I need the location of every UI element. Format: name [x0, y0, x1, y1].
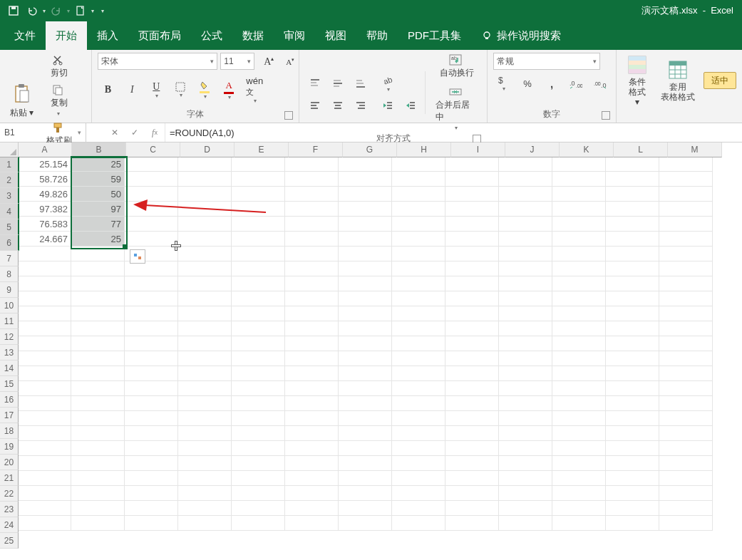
cell-I22[interactable] — [445, 471, 499, 486]
cell-C24[interactable] — [125, 501, 178, 516]
accounting-format-icon[interactable]: $▾ — [493, 74, 513, 93]
align-middle-icon[interactable] — [328, 76, 348, 90]
cell-K25[interactable] — [552, 516, 606, 531]
cell-J6[interactable] — [499, 232, 552, 247]
cell-M4[interactable] — [659, 202, 713, 217]
cell-G20[interactable] — [339, 441, 392, 456]
cell-B20[interactable] — [71, 441, 125, 456]
cell-E1[interactable] — [232, 157, 285, 172]
cell-B24[interactable] — [71, 501, 125, 516]
cell-G4[interactable] — [339, 202, 392, 217]
cell-B8[interactable] — [71, 261, 125, 276]
cell-J12[interactable] — [499, 321, 552, 336]
cell-D1[interactable] — [178, 157, 232, 172]
cell-J15[interactable] — [499, 366, 552, 381]
cell-M7[interactable] — [659, 247, 713, 261]
cell-L10[interactable] — [606, 291, 659, 306]
tab-insert[interactable]: 插入 — [87, 21, 128, 50]
cell-E2[interactable] — [232, 172, 285, 187]
tab-page-layout[interactable]: 页面布局 — [128, 21, 191, 50]
cell-M5[interactable] — [659, 217, 713, 232]
cell-G2[interactable] — [339, 172, 392, 187]
cell-H17[interactable] — [392, 396, 445, 411]
cell-M9[interactable] — [659, 276, 713, 291]
cell-L7[interactable] — [606, 247, 659, 261]
cell-B11[interactable] — [71, 306, 125, 321]
row-header-14[interactable]: 14 — [0, 361, 19, 376]
cell-B3[interactable]: 50 — [71, 187, 125, 202]
cell-C14[interactable] — [125, 351, 178, 366]
cell-K16[interactable] — [552, 381, 606, 396]
cell-J10[interactable] — [499, 291, 552, 306]
cell-K14[interactable] — [552, 351, 606, 366]
cell-I7[interactable] — [445, 247, 499, 261]
cell-D12[interactable] — [178, 321, 232, 336]
cell-D22[interactable] — [178, 471, 232, 486]
cell-L11[interactable] — [606, 306, 659, 321]
cell-L14[interactable] — [606, 351, 659, 366]
cell-I2[interactable] — [445, 172, 499, 187]
cell-F18[interactable] — [285, 411, 339, 426]
cell-A6[interactable]: 24.667 — [18, 232, 71, 247]
col-header-C[interactable]: C — [126, 142, 180, 157]
cell-C17[interactable] — [125, 396, 178, 411]
cell-L19[interactable] — [606, 426, 659, 441]
cell-D13[interactable] — [178, 336, 232, 351]
cell-G1[interactable] — [339, 157, 392, 172]
cell-J23[interactable] — [499, 486, 552, 501]
copy-button[interactable]: 复制▾ — [41, 83, 75, 118]
cell-E25[interactable] — [232, 516, 285, 531]
italic-button[interactable]: I — [122, 83, 142, 97]
cell-L20[interactable] — [606, 441, 659, 456]
cell-B5[interactable]: 77 — [71, 217, 125, 232]
bold-button[interactable]: B — [98, 83, 118, 97]
row-header-22[interactable]: 22 — [0, 486, 19, 502]
cell-H2[interactable] — [392, 172, 445, 187]
row-header-13[interactable]: 13 — [0, 345, 19, 361]
cell-C25[interactable] — [125, 516, 178, 531]
cell-F23[interactable] — [285, 486, 339, 501]
cell-B15[interactable] — [71, 366, 125, 381]
cell-D7[interactable] — [178, 247, 232, 261]
cell-A5[interactable]: 76.583 — [18, 217, 71, 232]
cell-M13[interactable] — [659, 336, 713, 351]
cell-L22[interactable] — [606, 471, 659, 486]
cell-M15[interactable] — [659, 366, 713, 381]
cell-H16[interactable] — [392, 381, 445, 396]
cell-J11[interactable] — [499, 306, 552, 321]
cell-F2[interactable] — [285, 172, 339, 187]
cell-L21[interactable] — [606, 456, 659, 471]
cell-K1[interactable] — [552, 157, 606, 172]
cell-A3[interactable]: 49.826 — [18, 187, 71, 202]
cell-D25[interactable] — [178, 516, 232, 531]
cell-H4[interactable] — [392, 202, 445, 217]
cell-G10[interactable] — [339, 291, 392, 306]
cell-K2[interactable] — [552, 172, 606, 187]
cell-E10[interactable] — [232, 291, 285, 306]
cell-K5[interactable] — [552, 217, 606, 232]
cell-A23[interactable] — [18, 486, 71, 501]
cell-H25[interactable] — [392, 516, 445, 531]
cell-B9[interactable] — [71, 276, 125, 291]
cell-M24[interactable] — [659, 501, 713, 516]
cell-L9[interactable] — [606, 276, 659, 291]
tab-tell-me[interactable]: 操作说明搜索 — [471, 21, 571, 50]
col-header-A[interactable]: A — [18, 142, 72, 157]
cell-H18[interactable] — [392, 411, 445, 426]
cell-D2[interactable] — [178, 172, 232, 187]
cell-L4[interactable] — [606, 202, 659, 217]
cell-M21[interactable] — [659, 456, 713, 471]
tab-data[interactable]: 数据 — [232, 21, 274, 50]
cell-A11[interactable] — [18, 306, 71, 321]
cell-H21[interactable] — [392, 456, 445, 471]
cell-J14[interactable] — [499, 351, 552, 366]
row-header-10[interactable]: 10 — [0, 298, 19, 313]
row-header-16[interactable]: 16 — [0, 392, 19, 408]
cell-G22[interactable] — [339, 471, 392, 486]
cell-H12[interactable] — [392, 321, 445, 336]
cell-L1[interactable] — [606, 157, 659, 172]
cell-E9[interactable] — [232, 276, 285, 291]
cell-D11[interactable] — [178, 306, 232, 321]
tab-file[interactable]: 文件 — [4, 21, 46, 50]
tab-help[interactable]: 帮助 — [356, 21, 398, 50]
